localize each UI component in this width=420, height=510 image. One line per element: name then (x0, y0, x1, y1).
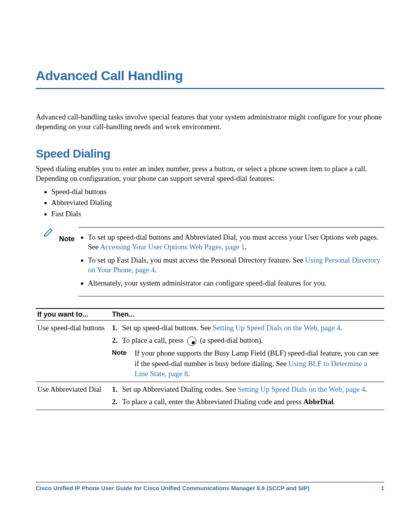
section-title: Speed Dialing (36, 147, 384, 160)
link-user-options[interactable]: Accessing Your User Options Web Pages, p… (100, 243, 245, 251)
step-number: 1. (112, 384, 122, 395)
step-text: To place a call, press (122, 336, 186, 344)
intro-paragraph: Advanced call-handling tasks involve spe… (36, 112, 384, 131)
note-text: . (245, 243, 247, 251)
link-speed-dials-web[interactable]: Setting Up Speed Dials on the Web, page … (238, 385, 365, 393)
step-text: To place a call, enter the Abbreviated D… (122, 398, 303, 406)
pencil-icon (44, 227, 54, 237)
list-item: Abbreviated Dialing (51, 198, 384, 208)
note-block: Note To set up speed-dial buttons and Ab… (36, 227, 384, 296)
procedure-table: If you want to... Then... Use speed-dial… (36, 308, 384, 410)
note-text: To set up Fast Dials, you must access th… (88, 256, 305, 264)
table-cell-steps: 1. Set up speed-dial buttons. See Settin… (110, 320, 384, 382)
list-item: Speed-dial buttons (51, 187, 384, 197)
note-icon-column (44, 227, 59, 296)
speed-dial-button-icon (187, 336, 196, 346)
section-intro: Speed dialing enables you to enter an in… (36, 164, 384, 183)
chapter-rule (36, 88, 384, 89)
step-text: . (333, 398, 335, 406)
softkey-abbrdial: AbbrDial (303, 398, 333, 406)
chapter-title: Advanced Call Handling (36, 68, 384, 83)
table-header: Then... (110, 308, 384, 321)
step-text: Set up speed-dial buttons. See (122, 324, 213, 332)
table-cell-steps: 1. Set up Abbreviated Dialing codes. See… (110, 382, 384, 410)
inner-note-text: . (188, 370, 190, 378)
note-item: Alternately, your system administrator c… (88, 278, 384, 288)
page-footer: Cisco Unified IP Phone User Guide for Ci… (36, 482, 384, 491)
page-number: 1 (381, 485, 384, 491)
link-speed-dials-web[interactable]: Setting Up Speed Dials on the Web, page … (213, 324, 340, 332)
step-text: . (340, 324, 342, 332)
table-row: Use speed-dial buttons 1. Set up speed-d… (36, 320, 384, 382)
table-cell-task: Use Abbreviated Dial (36, 382, 110, 410)
table-row: Use Abbreviated Dial 1. Set up Abbreviat… (36, 382, 384, 410)
step-number: 2. (112, 397, 122, 407)
inner-note: Note If your phone supports the Busy Lam… (112, 348, 381, 379)
step-number: 1. (112, 323, 122, 333)
note-item: To set up speed-dial buttons and Abbrevi… (88, 232, 384, 252)
footer-title: Cisco Unified IP Phone User Guide for Ci… (36, 485, 310, 491)
note-item: To set up Fast Dials, you must access th… (88, 255, 384, 275)
note-body: To set up speed-dial buttons and Abbrevi… (79, 227, 384, 296)
table-header: If you want to... (36, 308, 110, 321)
step-text: (a speed-dial button). (198, 336, 263, 344)
note-label: Note (59, 227, 79, 296)
note-text: . (155, 266, 157, 274)
step-text: Set up Abbreviated Dialing codes. See (122, 385, 238, 393)
table-cell-task: Use speed-dial buttons (36, 320, 110, 382)
document-page: Advanced Call Handling Advanced call-han… (0, 0, 420, 510)
inner-note-label: Note (112, 348, 135, 379)
step-number: 2. (112, 335, 122, 346)
feature-list: Speed-dial buttons Abbreviated Dialing F… (36, 187, 384, 219)
list-item: Fast Dials (51, 209, 384, 219)
step-text: . (365, 385, 367, 393)
